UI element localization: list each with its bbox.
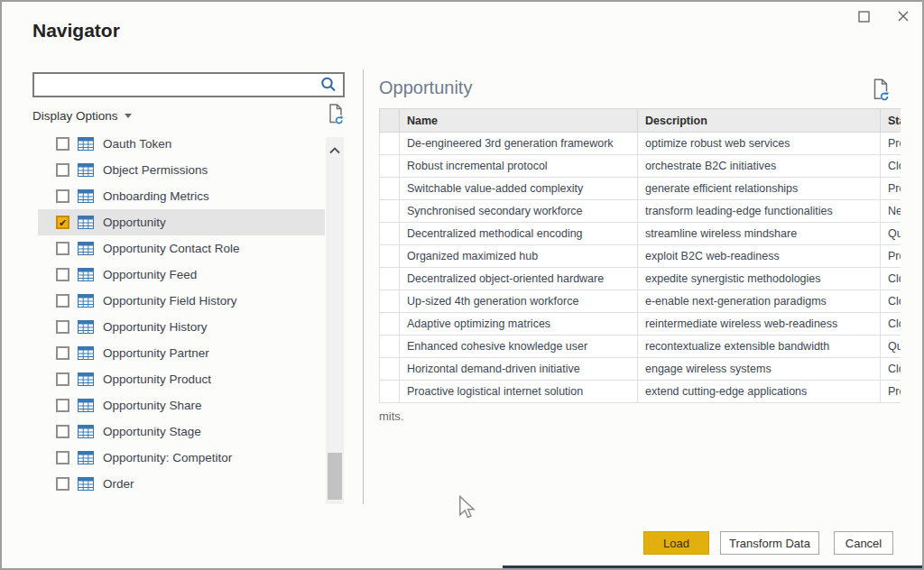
checkbox[interactable] [56, 399, 69, 412]
background-window-edge [503, 565, 922, 568]
refresh-preview-icon[interactable] [871, 78, 891, 105]
tree-item-label: Opportunity Feed [103, 268, 197, 281]
tree-item[interactable]: Object Permissions [38, 157, 325, 183]
status-cell: Clo [881, 155, 901, 178]
tree-item-label: Opportunity: Competitor [103, 451, 232, 464]
tree-scrollbar[interactable] [326, 137, 344, 504]
table-row: Decentralized object-oriented hardwareex… [380, 268, 901, 290]
tree-item-label: Opportunity History [103, 320, 208, 334]
transform-data-button[interactable]: Transform Data [720, 531, 819, 555]
cancel-button[interactable]: Cancel [834, 531, 893, 555]
preview-title: Opportunity [379, 78, 472, 98]
options-row: Display Options [32, 104, 345, 127]
tree-item[interactable]: Opportunity Product [38, 366, 325, 392]
search-input[interactable] [34, 74, 319, 96]
description-cell: extend cutting-edge applications [638, 381, 881, 403]
panel-divider [363, 69, 364, 504]
description-cell: recontextualize extensible bandwidth [638, 336, 881, 358]
table-icon [78, 346, 94, 360]
table-row: Robust incremental protocolorchestrate B… [380, 155, 901, 178]
checkbox[interactable] [56, 163, 69, 177]
refresh-list-icon[interactable] [327, 103, 345, 128]
checkbox[interactable] [56, 242, 69, 255]
checkbox-checked[interactable]: ✔ [56, 216, 69, 229]
row-gutter-cell [380, 223, 400, 245]
name-cell: Adaptive optimizing matrices [400, 313, 638, 336]
status-cell: Clo [881, 268, 901, 290]
description-cell: orchestrate B2C initiatives [638, 155, 881, 178]
row-gutter-cell [380, 336, 400, 358]
checkbox[interactable] [56, 425, 69, 438]
checkbox[interactable] [56, 346, 69, 360]
table-row: De-engineered 3rd generation frameworkop… [380, 133, 901, 155]
table-icon [78, 320, 94, 334]
table-icon [78, 399, 94, 412]
tree-item[interactable]: Opportunity History [38, 314, 325, 340]
tree-item[interactable]: Opportunity Field History [38, 288, 325, 314]
tree-item-label: Opportunity [103, 216, 166, 229]
close-icon[interactable] [892, 5, 915, 27]
checkbox[interactable] [56, 477, 69, 491]
preview-table: NameDescriptionSta De-engineered 3rd gen… [379, 108, 901, 403]
column-header: Sta [881, 109, 901, 133]
tree-item[interactable]: Oauth Token [38, 131, 325, 157]
checkbox[interactable] [56, 451, 69, 464]
row-gutter-cell [380, 358, 400, 381]
search-box [32, 72, 345, 97]
row-gutter-cell [380, 200, 400, 223]
checkbox[interactable] [56, 137, 69, 151]
table-row: Horizontal demand-driven initiativeengag… [380, 358, 901, 381]
scroll-up-icon[interactable] [326, 142, 344, 159]
status-cell: Ne [881, 200, 901, 223]
row-gutter-cell [380, 290, 400, 313]
tables-tree: Oauth TokenObject PermissionsOnboarding … [38, 131, 325, 497]
search-icon[interactable] [319, 76, 337, 94]
tree-item[interactable]: Opportunity Partner [38, 340, 325, 366]
checkbox[interactable] [56, 320, 69, 334]
checkbox[interactable] [56, 372, 69, 386]
row-gutter-cell [380, 245, 400, 268]
tree-item[interactable]: Opportunity Share [38, 392, 325, 418]
name-cell: Organized maximized hub [400, 245, 638, 268]
tree-item[interactable]: Opportunity Contact Role [38, 235, 325, 262]
name-cell: Enhanced cohesive knowledge user [400, 336, 638, 358]
window-controls [852, 5, 915, 27]
row-gutter-cell [380, 133, 400, 155]
tree-item-label: Opportunity Partner [103, 346, 209, 360]
load-button[interactable]: Load [643, 531, 709, 555]
name-cell: Horizontal demand-driven initiative [400, 358, 638, 381]
description-cell: generate efficient relationships [638, 178, 881, 200]
checkbox[interactable] [56, 189, 69, 203]
name-cell: Decentralized object-oriented hardware [400, 268, 638, 290]
status-cell: Clo [881, 290, 901, 313]
description-cell: transform leading-edge functionalities [638, 200, 881, 223]
scrollbar-thumb[interactable] [328, 453, 342, 500]
tree-item-label: Opportunity Share [103, 399, 202, 412]
tree-item[interactable]: ✔Opportunity [38, 209, 325, 235]
tree-item-label: Object Permissions [103, 163, 208, 177]
description-cell: expedite synergistic methodologies [638, 268, 881, 290]
status-cell: Pro [881, 178, 901, 200]
table-icon [78, 242, 94, 255]
tree-item[interactable]: Opportunity Feed [38, 262, 325, 288]
table-icon [78, 189, 94, 203]
tree-item[interactable]: Opportunity Stage [38, 418, 325, 445]
table-icon [78, 268, 94, 281]
status-cell: Pro [881, 381, 901, 403]
checkbox[interactable] [56, 294, 69, 308]
description-cell: exploit B2C web-readiness [638, 245, 881, 268]
checkbox[interactable] [56, 268, 69, 281]
description-cell: reintermediate wireless web-readiness [638, 313, 881, 336]
name-cell: Decentralized methodical encoding [400, 223, 638, 245]
tree-item-label: Onboarding Metrics [103, 189, 209, 203]
truncation-note: mits. [379, 409, 403, 423]
status-cell: Clo [881, 358, 901, 381]
status-cell: Qu [881, 223, 901, 245]
tree-item[interactable]: Onboarding Metrics [38, 183, 325, 209]
tree-item[interactable]: Opportunity: Competitor [38, 445, 325, 471]
maximize-icon[interactable] [852, 5, 875, 27]
description-cell: engage wireless systems [638, 358, 881, 381]
tree-item-label: Oauth Token [103, 137, 171, 151]
display-options-dropdown[interactable]: Display Options [32, 109, 132, 123]
tree-item[interactable]: Order [38, 471, 325, 497]
